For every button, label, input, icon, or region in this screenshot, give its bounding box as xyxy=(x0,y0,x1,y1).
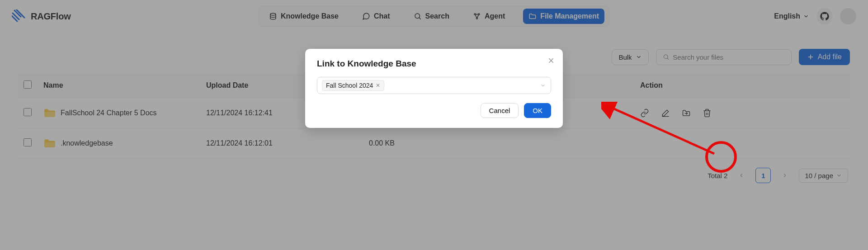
modal-title: Link to Knowledge Base xyxy=(317,59,551,69)
tag-label: Fall School 2024 xyxy=(326,82,373,89)
link-kb-modal: Link to Knowledge Base Fall School 2024 … xyxy=(305,49,563,128)
tag-remove-button[interactable]: ✕ xyxy=(376,82,380,89)
close-icon xyxy=(547,57,555,64)
modal-close-button[interactable] xyxy=(547,57,555,66)
chevron-down-icon xyxy=(540,82,546,89)
kb-select[interactable]: Fall School 2024 ✕ xyxy=(317,77,551,94)
modal-overlay[interactable]: Link to Knowledge Base Fall School 2024 … xyxy=(0,0,868,250)
selected-kb-tag: Fall School 2024 ✕ xyxy=(322,80,384,91)
ok-button[interactable]: OK xyxy=(524,103,551,118)
cancel-button[interactable]: Cancel xyxy=(481,103,519,118)
